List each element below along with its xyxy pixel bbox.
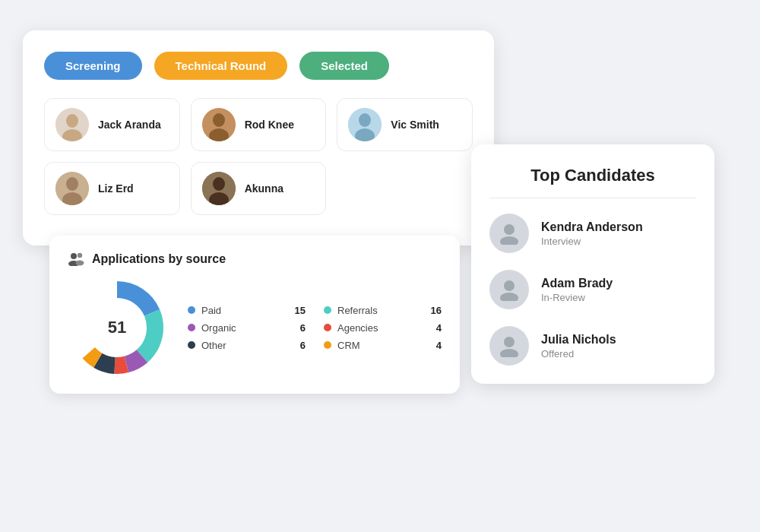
legend-label-referrals: Referrals xyxy=(337,305,425,316)
legend-item-other: Other 6 xyxy=(188,340,306,351)
svg-point-30 xyxy=(504,337,515,347)
top-candidates-card: Top Candidates Kendra Anderson Interview… xyxy=(471,144,714,384)
svg-point-10 xyxy=(66,177,78,191)
candidate-card-jack[interactable]: Jack Aranda xyxy=(44,98,180,151)
apps-content: 51 Paid 15 Referrals 16 Organic 6 Agenci… xyxy=(68,278,442,377)
top-candidate-status-0: Interview xyxy=(541,236,643,247)
legend-item-agencies: Agencies 4 xyxy=(324,322,442,334)
legend-count-other: 6 xyxy=(300,340,306,351)
top-candidate-name-2: Julia Nichols xyxy=(541,333,616,347)
candidate-name-vic: Vic Smith xyxy=(391,119,439,131)
donut-total: 51 xyxy=(108,318,126,337)
legend-count-paid: 15 xyxy=(295,305,306,316)
legend-dot-other xyxy=(188,341,195,349)
avatar-akunna xyxy=(202,172,236,205)
candidate-name-akunna: Akunna xyxy=(245,182,283,195)
svg-point-31 xyxy=(500,349,518,357)
legend-count-agencies: 4 xyxy=(436,322,442,334)
legend-label-crm: CRM xyxy=(337,340,430,351)
top-candidate-name-1: Adam Brady xyxy=(541,277,613,290)
top-candidate-status-2: Offered xyxy=(541,348,616,359)
main-card: Screening Technical Round Selected Jack … xyxy=(23,30,494,245)
ghost-avatar-0 xyxy=(489,214,529,253)
svg-point-13 xyxy=(213,177,225,191)
top-candidate-status-1: In-Review xyxy=(541,292,613,303)
candidate-info-1: Adam Brady In-Review xyxy=(541,277,613,303)
top-candidate-row-0[interactable]: Kendra Anderson Interview xyxy=(489,214,696,253)
legend-item-paid: Paid 15 xyxy=(188,305,306,316)
legend-item-crm: CRM 4 xyxy=(324,340,442,351)
stage-technical-button[interactable]: Technical Round xyxy=(154,52,288,80)
candidate-card-akunna[interactable]: Akunna xyxy=(191,162,327,215)
candidate-info-2: Julia Nichols Offered xyxy=(541,333,616,359)
svg-point-7 xyxy=(359,113,371,127)
candidate-card-vic[interactable]: Vic Smith xyxy=(337,98,473,151)
svg-point-15 xyxy=(71,253,77,259)
candidate-card-rod[interactable]: Rod Knee xyxy=(191,98,327,151)
candidate-name-liz: Liz Erd xyxy=(98,182,134,195)
svg-point-27 xyxy=(500,236,518,245)
top-candidate-name-0: Kendra Anderson xyxy=(541,220,643,234)
legend-label-agencies: Agencies xyxy=(337,322,430,334)
avatar-vic xyxy=(348,108,382,141)
stages-row: Screening Technical Round Selected xyxy=(44,52,473,80)
avatar-liz xyxy=(55,172,89,205)
svg-point-1 xyxy=(66,114,78,128)
legend-dot-agencies xyxy=(324,324,331,331)
svg-point-29 xyxy=(500,293,518,301)
avatar-jack xyxy=(55,108,89,141)
candidate-card-liz[interactable]: Liz Erd xyxy=(44,162,180,215)
donut-chart: 51 xyxy=(68,278,166,377)
legend-label-organic: Organic xyxy=(201,322,294,334)
legend-label-other: Other xyxy=(201,340,294,351)
top-candidates-title: Top Candidates xyxy=(489,166,696,185)
legend-dot-referrals xyxy=(324,306,331,314)
svg-point-18 xyxy=(76,261,84,266)
svg-point-17 xyxy=(78,253,82,258)
candidates-grid: Jack Aranda Rod Knee Vic S xyxy=(44,98,473,215)
top-candidate-row-2[interactable]: Julia Nichols Offered xyxy=(489,326,696,366)
svg-point-4 xyxy=(213,113,225,127)
legend-count-referrals: 16 xyxy=(431,305,442,316)
candidate-info-0: Kendra Anderson Interview xyxy=(541,220,643,247)
svg-point-26 xyxy=(504,224,515,235)
people-icon xyxy=(68,252,84,266)
legend-count-organic: 6 xyxy=(300,322,306,334)
ghost-avatar-2 xyxy=(489,326,529,366)
legend-dot-crm xyxy=(324,341,331,349)
legend-item-referrals: Referrals 16 xyxy=(324,305,442,316)
stage-selected-button[interactable]: Selected xyxy=(299,52,389,80)
applications-card: Applications by source 51 xyxy=(49,236,460,394)
top-candidate-row-1[interactable]: Adam Brady In-Review xyxy=(489,270,696,309)
legend-dot-organic xyxy=(188,324,195,331)
svg-point-28 xyxy=(504,280,515,291)
legend: Paid 15 Referrals 16 Organic 6 Agencies … xyxy=(188,305,442,351)
legend-dot-paid xyxy=(188,306,195,314)
ghost-avatar-1 xyxy=(489,270,529,309)
candidate-name-rod: Rod Knee xyxy=(245,119,294,131)
divider xyxy=(489,198,696,198)
legend-count-crm: 4 xyxy=(436,340,442,351)
legend-item-organic: Organic 6 xyxy=(188,322,306,334)
avatar-rod xyxy=(202,108,236,141)
apps-title: Applications by source xyxy=(68,252,442,266)
stage-screening-button[interactable]: Screening xyxy=(44,52,142,80)
candidate-name-jack: Jack Aranda xyxy=(98,119,161,131)
legend-label-paid: Paid xyxy=(201,305,289,316)
